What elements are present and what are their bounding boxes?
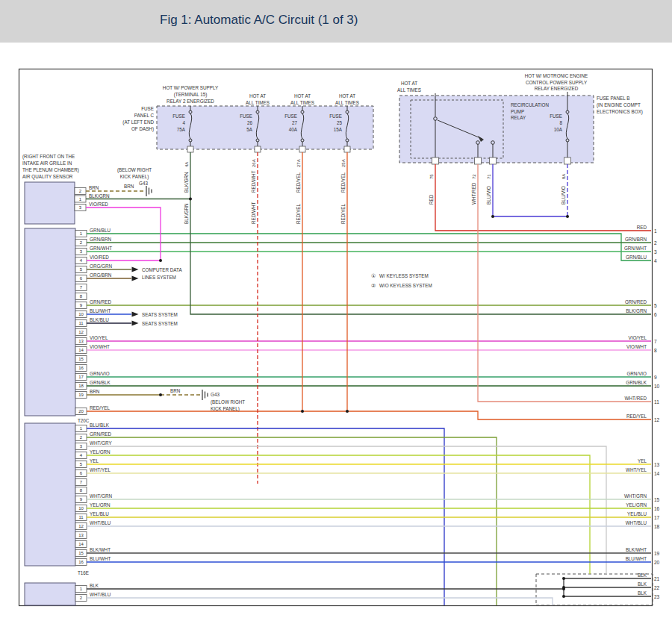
wire-label: YEL/GRN: [90, 449, 111, 455]
wire-label: YEL/GRN: [626, 502, 647, 508]
right-pin-number: 2: [654, 240, 657, 246]
right-pin-number: 7: [654, 339, 657, 344]
pin-number: 10: [78, 312, 84, 316]
right-pin-number: 6: [654, 312, 657, 317]
ground-location-label: KICK PANEL): [120, 174, 149, 180]
fuse-number: 25: [337, 120, 343, 125]
keyless-note-symbol: ②: [371, 283, 376, 288]
system-label: LINES SYSTEM: [142, 275, 176, 280]
fuse-number: 4: [182, 120, 185, 125]
connector-t16e-box: [25, 423, 75, 566]
wire-label: BLU/VIO: [486, 186, 491, 205]
junction-dot: [562, 587, 565, 590]
fuse-label: FUSE: [240, 113, 252, 119]
pin-label: 25A: [341, 159, 346, 167]
fuse-number: 27: [292, 120, 298, 125]
relay-panel-box: [399, 96, 594, 163]
wire-label: WHT/BLU: [626, 520, 647, 525]
wire-label: BLK: [90, 583, 99, 588]
junction-dot: [562, 595, 565, 598]
connector-id: T20C: [78, 418, 90, 423]
hot-at-all-times-label: HOT AT: [339, 93, 355, 99]
pin-box: [432, 157, 439, 164]
wire-label: VIO/RED: [90, 255, 109, 260]
wire-label: RED/YEL: [626, 414, 647, 419]
right-pin-number: 1: [654, 228, 657, 234]
wire-label: BLK: [638, 572, 647, 578]
pin-box: [187, 146, 193, 152]
pin-number: 15: [78, 357, 84, 361]
sensor-location-label: INTAKE AIR GRILLE IN: [22, 160, 72, 166]
right-pin-number: 9: [654, 375, 657, 380]
wire-label: BLK/GRN: [184, 172, 189, 193]
right-pin-number: 12: [654, 417, 660, 422]
wire-label: GRN/WHT: [624, 246, 647, 251]
keyless-note: W/O KEYLESS SYSTEM: [379, 283, 432, 288]
pin-box: [255, 146, 261, 152]
right-pin-number: 17: [654, 515, 660, 520]
hot-at-all-times-label: ALL TIMES: [246, 100, 270, 105]
wire-label: ORG/GRN: [90, 263, 113, 269]
junction-dot: [301, 410, 304, 413]
connector-id: T16E: [78, 570, 89, 575]
sensor-location-label: (RIGHT FRONT ON THE: [22, 154, 75, 160]
recirc-relay-label: PUMP: [511, 109, 524, 114]
pin-number: 12: [78, 524, 84, 528]
fuse-label: FUSE: [550, 113, 562, 119]
system-label: SEATS SYSTEM: [142, 312, 178, 317]
fuse-label: FUSE: [172, 113, 185, 119]
pin-number: 14: [78, 348, 84, 352]
wire-label: BLU/WHT: [90, 308, 111, 313]
ground-name: G43: [139, 181, 148, 186]
fuse-amperage: 5A: [246, 127, 253, 132]
junction-dot: [159, 393, 162, 396]
pin-number: 13: [78, 533, 84, 537]
wire-label: VIO/YEL: [629, 335, 647, 340]
connector-bottom-box: [25, 583, 75, 605]
fuse-panel-c-label: OF DASH): [131, 126, 154, 132]
pin-label: 4A: [184, 162, 189, 167]
wire-label: BRN: [89, 185, 99, 190]
right-pin-number: 10: [654, 384, 660, 389]
wire-label: BLU/WHT: [90, 556, 111, 561]
right-pin-number: 20: [654, 560, 660, 565]
pin-label: 72: [472, 174, 476, 179]
wire-label: WHT/YEL: [626, 467, 647, 472]
right-pin-number: 15: [654, 497, 660, 502]
wire-label: RED/YEL: [340, 204, 346, 224]
wire-label: GRN/BRN: [625, 237, 647, 242]
wire-label: WHT/BLU: [90, 592, 111, 597]
wire-label: RED/YEL: [90, 405, 110, 411]
wire-label: VIO/WHT: [626, 344, 647, 349]
wire-label: ORG/BRN: [90, 272, 112, 278]
junction-dot: [346, 410, 349, 413]
wire-label: GRN/VIO: [626, 371, 647, 376]
wiring-diagram: HOT W/ POWER SUPPLY (TERMINAL 15) RELAY …: [0, 0, 672, 621]
right-pin-number: 23: [654, 594, 660, 599]
pin-box: [344, 146, 350, 152]
wire-label: BLK/WHT: [626, 547, 647, 552]
wire-label: VIO/RED: [89, 202, 108, 207]
pin-label: 71: [487, 174, 491, 179]
wire-label: GRN/VIO: [90, 371, 110, 376]
right-pin-number: 19: [654, 551, 660, 556]
junction-dot: [562, 577, 565, 580]
junction-dot: [159, 259, 162, 262]
pin-box: [299, 146, 305, 152]
pin-number: 19: [78, 393, 84, 397]
wire-label: YEL: [638, 458, 647, 464]
connector-t20c-box: [25, 228, 75, 416]
right-pin-number: 21: [654, 576, 660, 581]
junction-dot: [566, 215, 569, 218]
pin-label: 27A: [296, 159, 301, 167]
wire-label: WHT/BLU: [90, 520, 111, 525]
wire-label: WHT/YEL: [90, 467, 111, 472]
hot-at-all-times-label: HOT AT: [401, 81, 417, 86]
wire-label: RED/WHT: [251, 170, 256, 193]
wire-label: GRN/BLK: [90, 380, 111, 385]
fuse-panel-b-label: (IN ENGINE COMPT: [597, 102, 641, 108]
ground-location-label: (BELOW RIGHT: [211, 399, 245, 405]
wire-label: RED: [637, 225, 647, 230]
fuse-panel-c-label: FUSE: [141, 106, 154, 111]
air-quality-sensor-box: [25, 182, 75, 224]
